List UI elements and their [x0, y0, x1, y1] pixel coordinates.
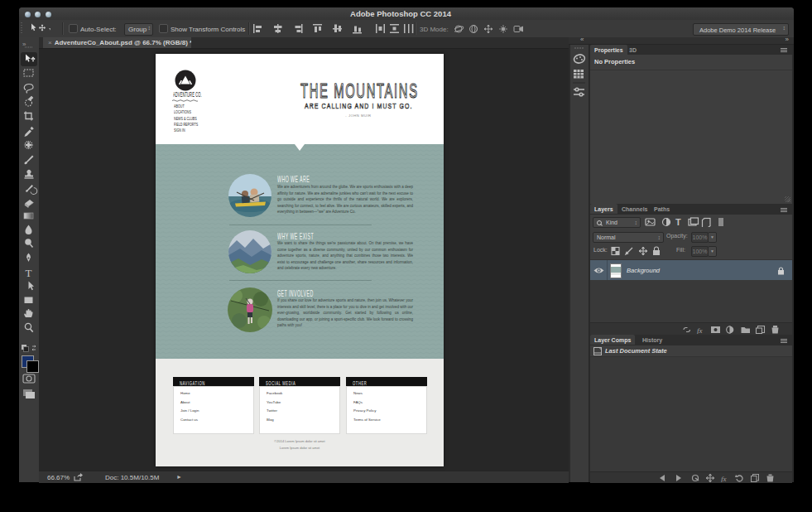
- svg-text:fx: fx: [697, 326, 703, 335]
- svg-text:T: T: [675, 217, 681, 227]
- svg-text:T: T: [26, 267, 32, 279]
- svg-text:fx: fx: [721, 475, 727, 483]
